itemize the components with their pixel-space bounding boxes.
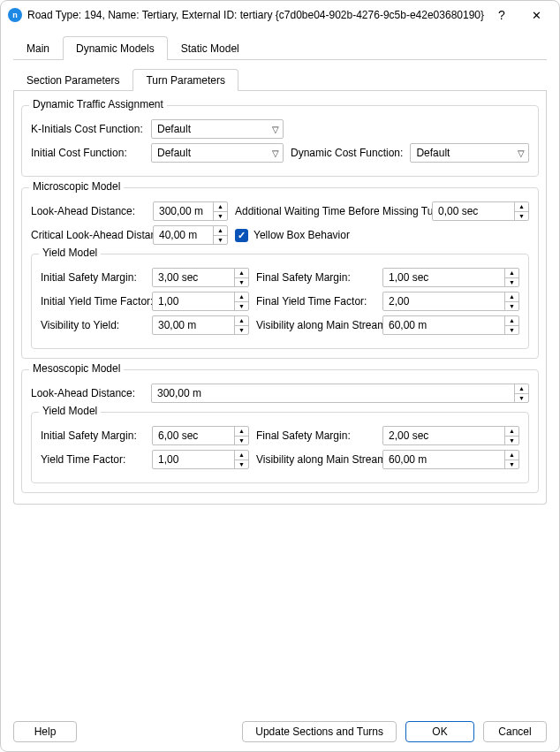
meso-initial-safety-margin-spinner[interactable]: 6,00 sec ▲▼: [152, 426, 249, 445]
spinner-value: 1,00: [153, 295, 234, 308]
group-legend: Yield Model: [39, 405, 101, 417]
meso-look-ahead-distance-spinner[interactable]: 300,00 m ▲▼: [151, 384, 529, 403]
spinner-arrows[interactable]: ▲▼: [234, 292, 248, 310]
window-title: Road Type: 194, Name: Tertiary, External…: [27, 9, 487, 21]
chevron-down-icon: ▽: [518, 148, 525, 158]
initial-safety-margin-label: Initial Safety Margin:: [41, 271, 145, 284]
spinner-arrows[interactable]: ▲▼: [213, 202, 227, 220]
checkbox-label: Yellow Box Behavior: [254, 229, 350, 241]
spinner-value: 0,00 sec: [433, 205, 514, 217]
k-initials-cost-function-combo[interactable]: Default ▽: [151, 119, 284, 139]
turn-parameters-panel: Dynamic Traffic Assignment K-Initials Co…: [13, 91, 547, 505]
dynamic-cost-function-label: Dynamic Cost Function:: [291, 147, 403, 159]
visibility-to-yield-label: Visibility to Yield:: [41, 319, 145, 331]
group-meso-yield-model: Yield Model Initial Safety Margin: 6,00 …: [31, 412, 529, 483]
checkbox-checked-icon: ✓: [235, 229, 248, 242]
final-safety-margin-spinner[interactable]: 1,00 sec ▲▼: [382, 268, 519, 287]
top-tabs: Main Dynamic Models Static Model: [13, 36, 547, 60]
sub-tab-turn-parameters[interactable]: Turn Parameters: [132, 69, 238, 91]
chevron-down-icon: ▽: [272, 125, 279, 134]
help-icon-button[interactable]: ?: [487, 1, 517, 29]
group-micro-yield-model: Yield Model Initial Safety Margin: 3,00 …: [31, 254, 529, 349]
spinner-value: 300,00 m: [152, 387, 514, 399]
spinner-value: 1,00: [153, 453, 234, 466]
spinner-arrows[interactable]: ▲▼: [504, 451, 518, 468]
content: Section Parameters Turn Parameters Dynam…: [13, 69, 547, 505]
group-mesoscopic-model: Mesoscopic Model Look-Ahead Distance: 30…: [21, 369, 539, 493]
look-ahead-distance-label: Look-Ahead Distance:: [31, 205, 146, 217]
titlebar: n Road Type: 194, Name: Tertiary, Extern…: [1, 1, 559, 29]
meso-yield-time-factor-label: Yield Time Factor:: [41, 453, 145, 466]
group-legend: Mesoscopic Model: [29, 362, 124, 375]
spinner-arrows[interactable]: ▲▼: [234, 427, 248, 444]
meso-visibility-main-stream-spinner[interactable]: 60,00 m ▲▼: [382, 450, 519, 469]
initial-cost-function-combo[interactable]: Default ▽: [151, 143, 284, 163]
spinner-arrows[interactable]: ▲▼: [514, 202, 528, 220]
final-safety-margin-label: Final Safety Margin:: [256, 271, 375, 284]
group-dynamic-traffic-assignment: Dynamic Traffic Assignment K-Initials Co…: [21, 105, 539, 177]
spinner-value: 1,00 sec: [383, 271, 504, 284]
additional-waiting-time-label: Additional Waiting Time Before Missing T…: [235, 205, 425, 217]
critical-look-ahead-distance-label: Critical Look-Ahead Distance:: [31, 229, 146, 241]
spinner-arrows[interactable]: ▲▼: [504, 427, 518, 444]
meso-initial-safety-margin-label: Initial Safety Margin:: [41, 429, 145, 442]
combo-value: Default: [157, 147, 191, 159]
spinner-value: 60,00 m: [383, 319, 504, 331]
update-sections-turns-button[interactable]: Update Sections and Turns: [242, 721, 397, 742]
visibility-main-stream-label: Visibility along Main Stream:: [256, 319, 375, 331]
visibility-to-yield-spinner[interactable]: 30,00 m ▲▼: [152, 315, 249, 335]
spinner-arrows[interactable]: ▲▼: [213, 226, 227, 244]
initial-yield-time-factor-spinner[interactable]: 1,00 ▲▼: [152, 292, 249, 311]
initial-safety-margin-spinner[interactable]: 3,00 sec ▲▼: [152, 268, 249, 287]
initial-cost-function-label: Initial Cost Function:: [31, 147, 144, 159]
meso-look-ahead-distance-label: Look-Ahead Distance:: [31, 387, 144, 399]
ok-button[interactable]: OK: [405, 721, 474, 742]
meso-final-safety-margin-spinner[interactable]: 2,00 sec ▲▼: [382, 426, 519, 445]
meso-yield-time-factor-spinner[interactable]: 1,00 ▲▼: [152, 450, 249, 469]
help-button[interactable]: Help: [13, 721, 77, 742]
additional-waiting-time-spinner[interactable]: 0,00 sec ▲▼: [432, 201, 529, 221]
sub-tabs: Section Parameters Turn Parameters: [13, 69, 547, 91]
visibility-main-stream-spinner[interactable]: 60,00 m ▲▼: [382, 315, 519, 335]
spinner-value: 60,00 m: [383, 453, 504, 466]
app-icon: n: [8, 8, 22, 22]
close-button[interactable]: ✕: [517, 1, 556, 29]
tab-main[interactable]: Main: [13, 36, 63, 60]
spinner-value: 2,00 sec: [383, 429, 504, 442]
critical-look-ahead-distance-spinner[interactable]: 40,00 m ▲▼: [153, 225, 228, 245]
meso-final-safety-margin-label: Final Safety Margin:: [256, 429, 375, 442]
tab-dynamic-models[interactable]: Dynamic Models: [63, 36, 168, 60]
final-yield-time-factor-spinner[interactable]: 2,00 ▲▼: [382, 292, 519, 311]
chevron-down-icon: ▽: [272, 148, 279, 158]
combo-value: Default: [416, 147, 450, 159]
yellow-box-behavior-checkbox[interactable]: ✓ Yellow Box Behavior: [235, 229, 350, 242]
spinner-arrows[interactable]: ▲▼: [504, 292, 518, 310]
spinner-value: 3,00 sec: [153, 271, 234, 284]
spinner-value: 6,00 sec: [153, 429, 234, 442]
group-microscopic-model: Microscopic Model Look-Ahead Distance: 3…: [21, 187, 539, 359]
sub-tab-section-parameters[interactable]: Section Parameters: [13, 69, 132, 91]
spinner-arrows[interactable]: ▲▼: [234, 269, 248, 286]
spinner-value: 300,00 m: [154, 205, 213, 217]
meso-visibility-main-stream-label: Visibility along Main Stream:: [256, 453, 375, 466]
group-legend: Yield Model: [39, 247, 101, 259]
spinner-arrows[interactable]: ▲▼: [234, 316, 248, 334]
k-initials-cost-function-label: K-Initials Cost Function:: [31, 123, 144, 135]
button-bar: Help Update Sections and Turns OK Cancel: [1, 721, 559, 742]
spinner-value: 2,00: [383, 295, 504, 308]
spinner-arrows[interactable]: ▲▼: [504, 316, 518, 334]
spinner-value: 40,00 m: [154, 229, 213, 241]
tab-static-model[interactable]: Static Model: [168, 36, 253, 60]
initial-yield-time-factor-label: Initial Yield Time Factor:: [41, 295, 145, 308]
group-legend: Dynamic Traffic Assignment: [29, 98, 167, 110]
final-yield-time-factor-label: Final Yield Time Factor:: [256, 295, 375, 308]
cancel-button[interactable]: Cancel: [483, 721, 547, 742]
look-ahead-distance-spinner[interactable]: 300,00 m ▲▼: [153, 201, 228, 221]
spinner-arrows[interactable]: ▲▼: [504, 269, 518, 286]
spinner-arrows[interactable]: ▲▼: [514, 384, 528, 402]
group-legend: Microscopic Model: [29, 180, 124, 193]
spinner-value: 30,00 m: [153, 319, 234, 331]
combo-value: Default: [157, 123, 191, 135]
dynamic-cost-function-combo[interactable]: Default ▽: [410, 143, 529, 163]
spinner-arrows[interactable]: ▲▼: [234, 451, 248, 468]
